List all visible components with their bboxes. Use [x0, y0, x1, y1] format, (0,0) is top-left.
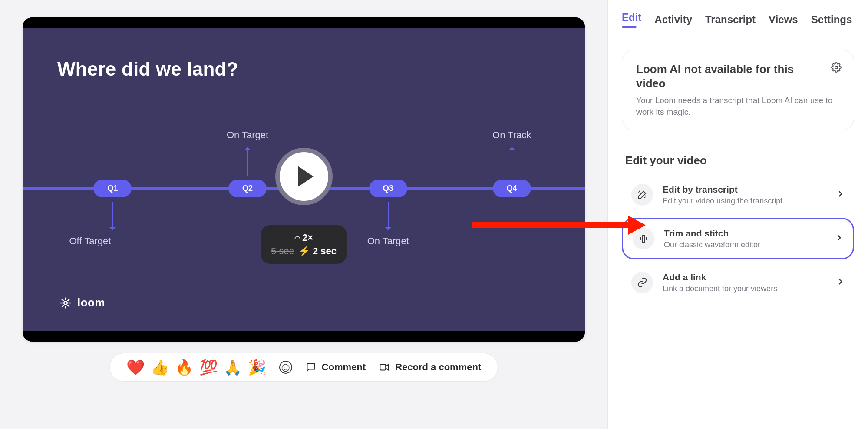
comment-icon — [305, 362, 317, 373]
link-icon — [631, 272, 653, 293]
edit-section-heading: Edit your video — [625, 154, 854, 167]
main-wrap: Where did we land? Q1Off TargetQ2On Targ… — [23, 17, 585, 382]
reaction-emoji[interactable]: ❤️ — [126, 359, 145, 376]
svg-rect-11 — [380, 365, 386, 370]
trim-icon — [633, 228, 654, 249]
loom-watermark: loom — [59, 296, 105, 309]
play-button[interactable] — [275, 148, 333, 205]
letterbox-top — [23, 17, 585, 28]
option-subtitle: Edit your video using the transcript — [663, 196, 826, 206]
tab-transcript[interactable]: Transcript — [705, 13, 756, 28]
tab-views[interactable]: Views — [769, 13, 798, 28]
record-comment-button[interactable]: Record a comment — [379, 362, 481, 373]
edit-option-trim[interactable]: Trim and stitchOur classic waveform edit… — [622, 218, 854, 259]
speed-new: 2 sec — [313, 246, 337, 256]
letterbox-bottom — [23, 331, 585, 342]
svg-line-7 — [67, 299, 69, 301]
option-title: Edit by transcript — [663, 184, 826, 195]
reaction-emoji[interactable]: 🎉 — [248, 359, 266, 376]
tab-edit[interactable]: Edit — [622, 11, 641, 30]
wand-icon — [631, 184, 653, 206]
svg-rect-13 — [642, 235, 645, 242]
svg-point-12 — [835, 66, 838, 69]
svg-point-0 — [64, 301, 67, 305]
video-frame: Where did we land? Q1Off TargetQ2On Targ… — [23, 17, 585, 342]
tab-settings[interactable]: Settings — [811, 13, 852, 28]
add-emoji-button[interactable]: ☺ — [279, 361, 292, 374]
sidebar: EditActivityTranscriptViewsSettings Loom… — [607, 0, 868, 429]
reaction-emoji[interactable]: 🔥 — [175, 359, 193, 376]
quarter-pill-q1: Q1 — [93, 180, 132, 197]
chevron-right-icon — [836, 190, 845, 200]
svg-line-8 — [62, 305, 63, 306]
timeline-arrow — [512, 150, 512, 176]
edit-option-wand[interactable]: Edit by transcriptEdit your video using … — [622, 175, 854, 214]
option-subtitle: Link a document for your viewers — [663, 284, 826, 293]
ai-card: Loom AI not available for this video You… — [622, 50, 854, 130]
quarter-status: Off Target — [69, 236, 111, 247]
timeline-arrow — [388, 202, 389, 228]
speed-multiplier: 2× — [302, 232, 313, 243]
quarter-status: On Track — [492, 130, 531, 141]
comment-button[interactable]: Comment — [305, 362, 366, 373]
slide-content: Where did we land? Q1Off TargetQ2On Targ… — [23, 28, 585, 331]
speed-old: 5 sec — [271, 246, 294, 256]
emoji-row: ❤️👍🔥💯🙏🎉 — [126, 359, 266, 376]
option-subtitle: Our classic waveform editor — [664, 240, 825, 249]
quarter-pill-q4: Q4 — [493, 180, 531, 197]
quarter-pill-q3: Q3 — [369, 180, 407, 197]
main-area: Where did we land? Q1Off TargetQ2On Targ… — [0, 0, 607, 429]
app-root: Where did we land? Q1Off TargetQ2On Targ… — [0, 0, 868, 429]
comment-label: Comment — [322, 362, 366, 373]
reaction-emoji[interactable]: 💯 — [199, 359, 218, 376]
bolt-icon: ⚡ — [298, 246, 310, 256]
timeline-arrow — [112, 202, 113, 228]
play-icon — [298, 166, 314, 187]
record-label: Record a comment — [395, 362, 481, 373]
ai-card-title: Loom AI not available for this video — [636, 62, 822, 90]
svg-line-6 — [67, 305, 69, 306]
svg-line-5 — [62, 299, 63, 301]
chevron-right-icon — [835, 233, 843, 244]
quarter-status: On Target — [227, 130, 268, 141]
sidebar-tabs: EditActivityTranscriptViewsSettings — [622, 11, 854, 30]
speed-overlay: ◠2× 5 sec ⚡ 2 sec — [261, 225, 347, 264]
video-camera-icon — [379, 362, 390, 373]
video-player[interactable]: Where did we land? Q1Off TargetQ2On Targ… — [23, 17, 585, 342]
edit-options: Edit by transcriptEdit your video using … — [622, 175, 854, 302]
slide-title: Where did we land? — [57, 58, 550, 80]
edit-option-link[interactable]: Add a linkLink a document for your viewe… — [622, 263, 854, 302]
ai-card-subtitle: Your Loom needs a transcript that Loom A… — [636, 95, 840, 118]
reaction-bar: ❤️👍🔥💯🙏🎉 ☺ Comment Record a comment — [109, 353, 498, 382]
timeline-arrow — [247, 150, 248, 176]
tab-activity[interactable]: Activity — [654, 13, 692, 28]
gear-icon — [831, 62, 842, 73]
reaction-emoji[interactable]: 🙏 — [224, 359, 242, 376]
quarter-status: On Target — [367, 236, 409, 247]
reaction-emoji[interactable]: 👍 — [151, 359, 169, 376]
loom-logo-icon — [59, 296, 72, 309]
option-title: Trim and stitch — [664, 228, 825, 239]
loom-watermark-text: loom — [77, 296, 105, 309]
option-title: Add a link — [663, 272, 826, 283]
chevron-right-icon — [836, 277, 845, 288]
ai-settings-button[interactable] — [831, 62, 842, 74]
quarter-pill-q2: Q2 — [228, 180, 267, 197]
